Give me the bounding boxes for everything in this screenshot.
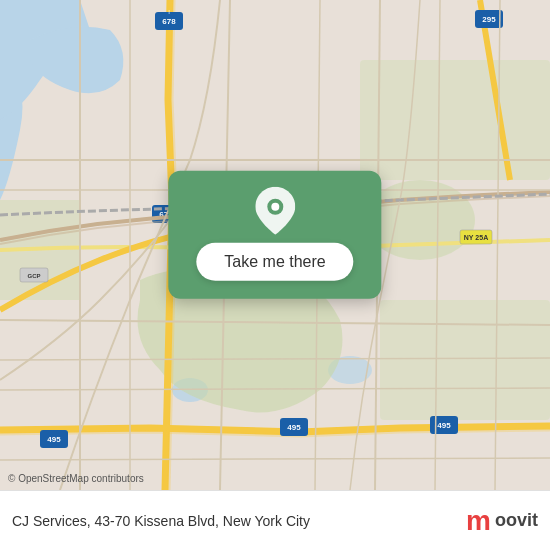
svg-text:495: 495 — [47, 435, 61, 444]
map-container: 678 I 678 495 495 495 295 NY 25A NY 25A — [0, 0, 550, 490]
svg-rect-4 — [380, 300, 550, 420]
svg-point-6 — [365, 180, 475, 260]
svg-rect-3 — [360, 60, 550, 180]
take-me-there-button[interactable]: Take me there — [196, 243, 353, 281]
osm-attribution: © OpenStreetMap contributors — [8, 473, 144, 484]
svg-text:NY 25A: NY 25A — [464, 234, 488, 241]
svg-point-41 — [271, 203, 279, 211]
svg-text:495: 495 — [437, 421, 451, 430]
svg-text:495: 495 — [287, 423, 301, 432]
moovit-brand-text: oovit — [495, 510, 538, 531]
footer: CJ Services, 43-70 Kissena Blvd, New Yor… — [0, 490, 550, 550]
location-pin-icon — [253, 189, 297, 233]
moovit-logo: m oovit — [466, 507, 538, 535]
svg-text:678: 678 — [162, 17, 176, 26]
location-label: CJ Services, 43-70 Kissena Blvd, New Yor… — [12, 513, 466, 529]
moovit-m-icon: m — [466, 507, 491, 535]
svg-text:GCP: GCP — [27, 273, 40, 279]
svg-text:295: 295 — [482, 15, 496, 24]
location-popup: Take me there — [168, 171, 381, 299]
